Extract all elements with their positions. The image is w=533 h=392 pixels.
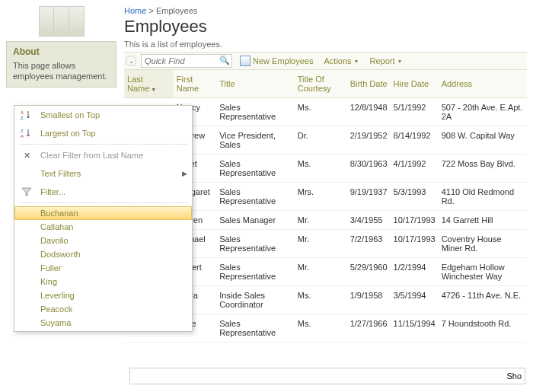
search-icon[interactable]: 🔍	[219, 56, 230, 65]
about-heading: About	[13, 46, 110, 57]
breadcrumb-home[interactable]: Home	[124, 6, 146, 15]
cell-title: Sales Representative	[216, 98, 295, 126]
page-description: This is a list of employees.	[124, 40, 527, 49]
col-birth-date[interactable]: Birth Date	[347, 70, 391, 98]
cell-courtesy: Ms.	[295, 314, 347, 343]
page-title: Employees	[124, 17, 527, 37]
cell-hire: 5/1/1992	[391, 98, 439, 126]
app-logo-icon	[39, 6, 85, 37]
cell-title: Sales Representative	[216, 258, 295, 286]
actions-menu[interactable]: Actions▼	[321, 56, 362, 65]
cell-address: 722 Moss Bay Blvd.	[439, 155, 527, 183]
cell-address: 908 W. Capital Way	[439, 126, 527, 155]
cell-birth: 5/29/1960	[347, 258, 391, 286]
cell-courtesy: Mrs.	[295, 183, 347, 211]
filter-value[interactable]: Dodsworth	[14, 247, 192, 261]
col-hire-date[interactable]: Hire Date	[391, 70, 439, 98]
cell-address: 4110 Old Redmond Rd.	[439, 183, 527, 211]
cell-title: Sales Representative	[216, 183, 295, 211]
filter-value[interactable]: Suyama	[14, 316, 192, 330]
sort-ascending[interactable]: AZ Smallest on Top	[14, 106, 192, 124]
clear-filter[interactable]: ✕ Clear Filter from Last Name	[14, 146, 192, 164]
filter-value[interactable]: King	[14, 275, 192, 288]
col-courtesy[interactable]: Title Of Courtesy	[295, 70, 347, 98]
sort-desc-icon: ZA	[19, 127, 34, 139]
cell-address: Edgeham Hollow Winchester Way	[439, 258, 527, 286]
chevron-down-icon: ▼	[397, 59, 403, 64]
report-menu[interactable]: Report▼	[367, 56, 406, 65]
cell-hire: 4/1/1992	[391, 155, 439, 183]
cell-address: 14 Garrett Hill	[439, 211, 527, 230]
cell-title: Sales Representative	[216, 230, 295, 258]
col-last-name[interactable]: Last Name▼	[124, 70, 174, 98]
new-icon	[240, 56, 251, 66]
cell-birth: 9/19/1937	[347, 183, 391, 211]
cell-birth: 3/4/1955	[347, 211, 391, 230]
cell-courtesy: Ms.	[295, 286, 347, 314]
filter-custom[interactable]: Filter...	[14, 183, 192, 201]
col-first-name[interactable]: First Name	[174, 70, 216, 98]
column-filter-menu: AZ Smallest on Top ZA Largest on Top ✕ C…	[14, 105, 193, 332]
filter-value[interactable]: Leverling	[14, 288, 192, 302]
cell-courtesy: Mr.	[295, 230, 347, 258]
cell-courtesy: Mr.	[295, 258, 347, 286]
cell-hire: 8/14/1992	[391, 126, 439, 155]
col-title[interactable]: Title	[216, 70, 295, 98]
cell-hire: 11/15/1994	[391, 314, 439, 343]
cell-courtesy: Mr.	[295, 211, 347, 230]
filter-value[interactable]: Davolio	[14, 234, 192, 247]
toolbar-expand-button[interactable]: ⌄	[126, 56, 136, 66]
funnel-icon	[19, 186, 34, 198]
cell-address: Coventry House Miner Rd.	[439, 230, 527, 258]
chevron-down-icon: ▼	[354, 59, 359, 64]
cell-address: 4726 - 11th Ave. N.E.	[439, 286, 527, 314]
search-input[interactable]	[141, 54, 232, 68]
cell-address: 507 - 20th Ave. E.Apt. 2A	[439, 98, 527, 126]
cell-birth: 7/2/1963	[347, 230, 391, 258]
toolbar: ⌄ 🔍 New Employees Actions▼ Report▼	[124, 52, 527, 70]
about-panel: About This page allows employees managem…	[6, 41, 116, 88]
cell-birth: 8/30/1963	[347, 155, 391, 183]
new-employees-button[interactable]: New Employees	[237, 56, 316, 66]
cell-title: Vice President, Sales	[216, 126, 295, 155]
cell-hire: 10/17/1993	[391, 230, 439, 258]
filter-value[interactable]: Buchanan	[14, 206, 192, 220]
cell-title: Sales Representative	[216, 155, 295, 183]
filter-value[interactable]: Callahan	[14, 220, 192, 234]
cell-courtesy: Ms.	[295, 155, 347, 183]
bottom-input[interactable]	[129, 368, 525, 384]
breadcrumb: Home > Employees	[124, 6, 527, 15]
svg-text:Z: Z	[21, 129, 24, 133]
cell-courtesy: Dr.	[295, 126, 347, 155]
svg-text:A: A	[21, 134, 24, 139]
submenu-arrow-icon: ▶	[182, 170, 187, 177]
svg-text:A: A	[21, 110, 24, 115]
filter-value[interactable]: Fuller	[14, 261, 192, 275]
sort-asc-icon: AZ	[19, 109, 34, 121]
cell-courtesy: Ms.	[295, 98, 347, 126]
cell-title: Sales Representative	[216, 314, 295, 343]
filter-value[interactable]: Peacock	[14, 302, 192, 316]
cell-birth: 2/19/1952	[347, 126, 391, 155]
clear-filter-icon: ✕	[19, 149, 34, 161]
cell-birth: 12/8/1948	[347, 98, 391, 126]
sort-indicator-icon: ▼	[151, 87, 156, 92]
cell-birth: 1/27/1966	[347, 314, 391, 343]
cell-address: 7 Houndstooth Rd.	[439, 314, 527, 343]
svg-text:Z: Z	[21, 116, 24, 120]
cell-hire: 1/2/1994	[391, 258, 439, 286]
cell-hire: 3/5/1994	[391, 286, 439, 314]
breadcrumb-current: Employees	[156, 6, 197, 15]
sort-descending[interactable]: ZA Largest on Top	[14, 124, 192, 142]
cell-hire: 10/17/1993	[391, 211, 439, 230]
cell-title: Inside Sales Coordinator	[216, 286, 295, 314]
cell-hire: 5/3/1993	[391, 183, 439, 211]
text-filters-submenu[interactable]: Text Filters ▶	[14, 164, 192, 183]
cell-title: Sales Manager	[216, 211, 295, 230]
cell-birth: 1/9/1958	[347, 286, 391, 314]
about-text: This page allows employees management.	[13, 60, 110, 82]
col-address[interactable]: Address	[439, 70, 527, 98]
